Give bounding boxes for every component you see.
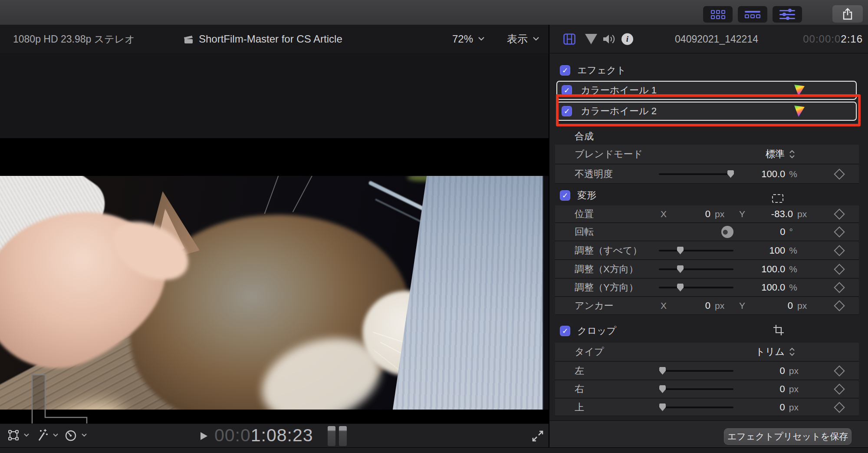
color-inspector-tab-icon[interactable]	[585, 34, 597, 44]
crop-type-popup[interactable]: トリム	[755, 345, 795, 358]
scale-y-keyframe-diamond[interactable]	[834, 282, 845, 293]
clapperboard-icon	[183, 34, 194, 44]
playhead-timecode[interactable]: 00:01:08:23	[214, 425, 313, 446]
crop-left-value[interactable]: 0	[780, 365, 785, 377]
blend-mode-popup[interactable]: 標準	[766, 148, 795, 161]
crop-type-row: タイプ トリム	[555, 343, 859, 361]
opacity-label: 不透明度	[575, 168, 613, 181]
crop-top-slider[interactable]	[659, 407, 733, 408]
info-inspector-tab-icon[interactable]: i	[621, 33, 633, 45]
browser-toggle-button[interactable]	[703, 6, 733, 23]
transform-section-header: ✓ 変形	[560, 189, 596, 202]
view-menu[interactable]: 表示	[507, 32, 539, 46]
view-menu-label: 表示	[507, 32, 528, 46]
anchor-y-value[interactable]: 0	[750, 300, 793, 311]
timeline-index-button[interactable]	[738, 6, 767, 23]
opacity-row: 不透明度 100.0%	[555, 165, 859, 184]
retime-menu[interactable]	[64, 429, 87, 442]
scale-all-row: 調整（すべて） 100%	[555, 241, 859, 260]
anchor-x-value[interactable]: 0	[672, 300, 710, 311]
viewer-toolbar: 00:01:08:23	[0, 423, 549, 448]
position-keyframe-diamond[interactable]	[834, 208, 845, 219]
enhance-wand-icon	[36, 428, 49, 442]
rotation-keyframe-diamond[interactable]	[834, 226, 845, 237]
audio-meter-left[interactable]	[328, 426, 335, 446]
crop-osc-icon[interactable]	[773, 324, 784, 336]
annotation-red-rectangle	[556, 94, 861, 126]
crop-top-value[interactable]: 0	[780, 402, 785, 413]
inspector-adjust-icon	[779, 7, 795, 22]
rotation-row: 回転 0°	[555, 223, 859, 241]
scale-x-keyframe-diamond[interactable]	[834, 264, 845, 274]
title-osc-l-wireframe[interactable]	[31, 374, 88, 431]
anchor-keyframe-diamond[interactable]	[834, 300, 845, 311]
crop-right-label: 右	[575, 383, 584, 396]
chevron-down-icon	[24, 433, 29, 437]
video-inspector-tab-icon[interactable]	[563, 33, 575, 45]
fullscreen-icon[interactable]	[530, 429, 545, 443]
chevron-down-icon	[478, 37, 484, 41]
blend-mode-row: ブレンドモード 標準	[555, 145, 859, 164]
transform-osc-icon[interactable]	[772, 194, 783, 203]
zoom-level-menu[interactable]: 72%	[452, 33, 484, 45]
timecode-dim: 00:0	[214, 425, 251, 445]
opacity-slider[interactable]	[659, 173, 733, 175]
scale-all-keyframe-diamond[interactable]	[834, 245, 845, 256]
scale-y-slider[interactable]	[659, 287, 733, 288]
inspector-footer: エフェクトプリセットを保存	[549, 420, 868, 448]
crop-checkbox[interactable]: ✓	[560, 326, 570, 336]
app-top-bar	[0, 0, 868, 25]
opacity-keyframe-diamond[interactable]	[834, 169, 845, 179]
opacity-slider-thumb[interactable]	[727, 170, 734, 178]
transform-tool-icon	[7, 429, 20, 442]
timecode-bright: 1:08:23	[251, 425, 313, 445]
crop-section-header: ✓ クロップ	[560, 324, 616, 337]
effects-label: エフェクト	[577, 64, 626, 77]
retime-gauge-icon	[64, 429, 77, 442]
rotation-dial[interactable]	[721, 226, 733, 238]
inspector-toggle-button[interactable]	[773, 6, 802, 23]
position-label: 位置	[575, 208, 594, 221]
crop-right-keyframe-diamond[interactable]	[834, 384, 845, 394]
position-y-value[interactable]: -83.0	[750, 208, 793, 220]
scale-x-value[interactable]: 100.0	[761, 264, 785, 275]
position-x-value[interactable]: 0	[672, 208, 710, 220]
scale-y-label: 調整（Y方向）	[575, 281, 638, 294]
crop-type-label: タイプ	[575, 345, 604, 358]
position-row: 位置 X 0 px Y -83.0 px	[555, 205, 859, 223]
transform-title: 変形	[577, 189, 596, 202]
enhance-menu[interactable]	[36, 428, 58, 442]
clip-format-info: 1080p HD 23.98p ステレオ	[13, 32, 135, 46]
transform-tool-menu[interactable]	[7, 429, 29, 442]
effects-checkbox[interactable]: ✓	[560, 65, 570, 76]
crop-right-value[interactable]: 0	[780, 384, 785, 395]
scale-x-row: 調整（X方向） 100.0%	[555, 260, 859, 278]
viewer-canvas	[0, 53, 549, 423]
scale-x-slider[interactable]	[659, 268, 733, 270]
blend-mode-value: 標準	[766, 148, 785, 161]
save-effect-preset-button[interactable]: エフェクトプリセットを保存	[724, 428, 852, 445]
crop-left-slider[interactable]	[659, 370, 733, 372]
crop-top-label: 上	[575, 401, 584, 414]
scale-y-value[interactable]: 100.0	[761, 282, 785, 293]
window-bottom-strip	[0, 447, 868, 453]
rotation-value[interactable]: 0	[780, 226, 785, 238]
chevron-down-icon	[533, 37, 539, 41]
crop-top-keyframe-diamond[interactable]	[834, 402, 845, 413]
scale-all-slider[interactable]	[659, 250, 733, 251]
crop-right-row: 右 0px	[555, 380, 859, 398]
play-button[interactable]	[201, 432, 207, 440]
chevron-down-icon	[53, 433, 58, 437]
crop-right-slider[interactable]	[659, 388, 733, 390]
inspector-panel: i 04092021_142214 00:00:02:16 ✓ エフェクト ✓ …	[549, 25, 868, 447]
opacity-value[interactable]: 100.0	[761, 169, 785, 180]
scale-all-value[interactable]: 100	[769, 245, 786, 256]
audio-meter-right[interactable]	[339, 426, 347, 446]
audio-inspector-tab-icon[interactable]	[602, 33, 616, 45]
crop-left-row: 左 0px	[555, 362, 859, 380]
transform-checkbox[interactable]: ✓	[560, 190, 570, 201]
crop-left-keyframe-diamond[interactable]	[834, 365, 845, 376]
chevron-down-icon	[82, 433, 87, 437]
share-button[interactable]	[832, 5, 863, 23]
viewer-title-bar: 1080p HD 23.98p ステレオ ShortFilm-Master fo…	[0, 25, 549, 53]
